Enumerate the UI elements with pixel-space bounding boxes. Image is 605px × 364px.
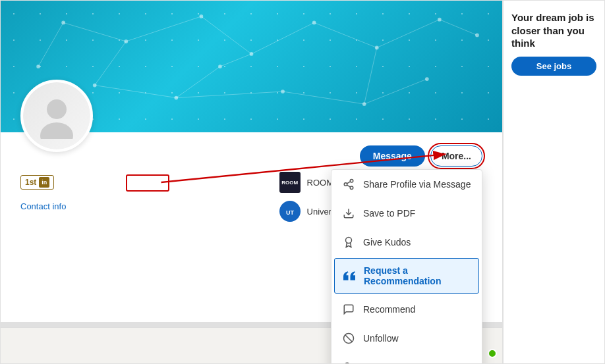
svg-point-14 <box>36 65 40 68</box>
avatar-silhouette <box>34 93 80 139</box>
quote-icon <box>343 269 356 282</box>
online-indicator <box>488 349 497 358</box>
svg-line-29 <box>364 47 377 104</box>
unfollow-icon <box>342 332 355 345</box>
svg-line-20 <box>377 20 440 48</box>
request-recommendation-label: Request a Recommendation <box>364 265 471 286</box>
recommend-label: Recommend <box>363 304 415 315</box>
svg-line-19 <box>314 22 377 47</box>
svg-line-43 <box>345 335 353 342</box>
svg-point-31 <box>47 99 67 119</box>
svg-line-28 <box>176 66 220 98</box>
svg-point-32 <box>40 122 73 139</box>
download-icon <box>342 207 355 220</box>
connection-level-text: 1st <box>25 178 36 187</box>
unfollow-label: Unfollow <box>363 333 399 344</box>
svg-line-38 <box>347 185 350 187</box>
sidebar-ad: Your dream job is closer than you think … <box>503 0 605 364</box>
see-jobs-button[interactable]: See jobs <box>511 57 596 76</box>
svg-point-4 <box>312 21 316 25</box>
give-kudos-label: Give Kudos <box>363 237 411 247</box>
svg-line-23 <box>176 91 283 98</box>
more-button[interactable]: More... <box>430 145 482 167</box>
svg-line-27 <box>220 54 252 66</box>
svg-point-37 <box>350 186 353 190</box>
save-pdf-label: Save to PDF <box>363 208 415 219</box>
company-logo-tehran: UT <box>279 201 301 222</box>
svg-point-41 <box>346 238 352 244</box>
dropdown-item-recommend[interactable]: Recommend <box>331 295 482 324</box>
linkedin-icon: in <box>39 177 49 188</box>
svg-point-36 <box>344 183 347 186</box>
profile-area: 1st in Contact info ROOM ROOMVU - We Are… <box>0 0 503 364</box>
svg-line-26 <box>95 41 127 86</box>
dropdown-item-remove-connection[interactable]: Remove Connection <box>331 353 482 364</box>
action-buttons: Message More... <box>360 145 482 167</box>
avatar-image <box>23 82 90 149</box>
svg-line-18 <box>252 22 314 54</box>
svg-line-25 <box>364 79 427 104</box>
svg-line-17 <box>201 16 251 54</box>
share-icon <box>342 178 355 191</box>
company-logo-roomvu: ROOM <box>279 172 301 193</box>
svg-line-39 <box>347 182 350 184</box>
svg-line-24 <box>283 91 364 104</box>
dropdown-menu: Share Profile via Message Save to PDF <box>331 169 482 364</box>
dropdown-item-unfollow[interactable]: Unfollow <box>331 324 482 353</box>
share-profile-label: Share Profile via Message <box>363 179 471 190</box>
svg-point-0 <box>61 21 65 25</box>
svg-text:UT: UT <box>286 209 294 216</box>
connection-level-badge: 1st in <box>20 175 54 190</box>
svg-point-35 <box>350 180 353 183</box>
svg-line-21 <box>440 20 477 36</box>
connection-badge: 1st in <box>20 175 54 190</box>
message-button[interactable]: Message <box>360 145 425 167</box>
main-container: 1st in Contact info ROOM ROOMVU - We Are… <box>0 0 605 364</box>
dropdown-item-give-kudos[interactable]: Give Kudos <box>331 228 482 257</box>
comment-icon <box>342 303 355 316</box>
ad-title: Your dream job is closer than you think <box>511 11 596 50</box>
svg-line-15 <box>63 22 126 41</box>
dropdown-item-request-recommendation[interactable]: Request a Recommendation <box>334 258 479 294</box>
svg-line-16 <box>126 16 201 41</box>
dropdown-item-share-profile[interactable]: Share Profile via Message <box>331 170 482 199</box>
avatar <box>20 80 93 152</box>
dropdown-item-save-pdf[interactable]: Save to PDF <box>331 199 482 228</box>
award-icon <box>342 236 355 249</box>
remove-connection-icon <box>342 361 355 364</box>
svg-line-30 <box>38 22 63 66</box>
svg-line-22 <box>95 86 177 98</box>
